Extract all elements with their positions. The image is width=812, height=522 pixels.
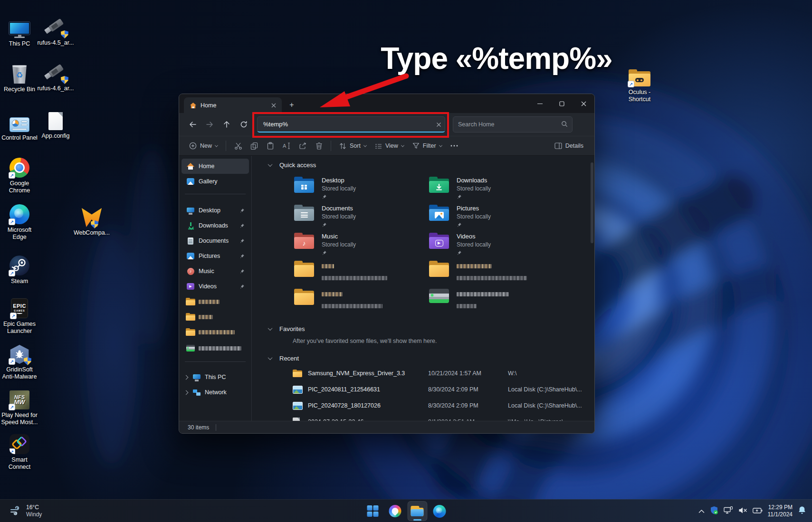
- cut-button[interactable]: [230, 138, 246, 153]
- quick-access-section-header[interactable]: Quick access: [268, 161, 316, 169]
- new-button[interactable]: New: [185, 139, 222, 152]
- desktop-icon-smart-connect[interactable]: ↗ Smart Connect: [0, 431, 39, 471]
- taskbar-file-explorer-button[interactable]: [407, 501, 427, 521]
- minimize-button[interactable]: [529, 94, 551, 113]
- sidebar-divider: [185, 194, 246, 194]
- delete-button[interactable]: [311, 138, 327, 153]
- quick-access-tile-videos[interactable]: ▶ VideosStored locally: [429, 233, 557, 257]
- tab-home[interactable]: Home: [184, 97, 282, 113]
- sidebar-item-blurred-folder[interactable]: [182, 324, 249, 340]
- clear-address-icon[interactable]: [436, 121, 441, 129]
- desktop-icon-recycle-bin[interactable]: ♻ Recycle Bin: [0, 61, 39, 93]
- pictures-folder-icon: [429, 205, 449, 221]
- tray-display-device-icon[interactable]: [724, 506, 733, 516]
- weather-widget[interactable]: 16°C Windy: [6, 500, 46, 522]
- image-file-icon: [293, 402, 303, 410]
- documents-folder-icon: [294, 205, 314, 221]
- pin-icon: [322, 222, 327, 228]
- quick-access-tile-downloads[interactable]: DownloadsStored locally: [429, 177, 557, 201]
- recent-file-row[interactable]: Samsung_NVM_Express_Driver_3.3 10/21/202…: [293, 366, 592, 380]
- desktop-icon-epic-games[interactable]: EPICGAMES↗ Epic Games Launcher: [0, 295, 39, 335]
- taskbar-copilot-button[interactable]: [385, 501, 405, 521]
- tray-show-hidden-icons-button[interactable]: [698, 507, 705, 515]
- collapse-chevron-icon[interactable]: [268, 162, 273, 167]
- maximize-button[interactable]: [551, 94, 573, 113]
- search-box[interactable]: [453, 116, 573, 133]
- tab-close-button[interactable]: [269, 101, 278, 110]
- quick-access-tile-blurred-drive[interactable]: [429, 289, 557, 310]
- sidebar-item-pictures[interactable]: Pictures: [182, 248, 249, 264]
- refresh-button[interactable]: [235, 116, 252, 133]
- quick-access-tile-music[interactable]: ♪ MusicStored locally: [294, 233, 422, 257]
- sidebar-item-blurred-folder[interactable]: [182, 294, 249, 309]
- desktop-icon-app-config[interactable]: App.config: [36, 107, 75, 140]
- forward-button[interactable]: [201, 116, 218, 133]
- desktop-icon-rufus-46[interactable]: rufus-4.6_ar...: [36, 60, 75, 92]
- scrollbar-thumb[interactable]: [591, 162, 593, 243]
- collapse-chevron-icon[interactable]: [268, 355, 273, 360]
- quick-access-tile-blurred[interactable]: [294, 261, 422, 282]
- sidebar-item-videos[interactable]: ▶ Videos: [182, 279, 249, 294]
- close-button[interactable]: [573, 94, 594, 113]
- recent-file-row[interactable]: 2024-07-30 15-32-46 9/1/2024 3:51 AM \\M…: [293, 415, 592, 421]
- desktop-icon-gridinsoft[interactable]: ↗ GridinSoft Anti-Malware: [0, 341, 39, 381]
- taskbar-edge-button[interactable]: [430, 501, 449, 521]
- desktop-icon-label: rufus-4.6_ar...: [37, 85, 74, 92]
- view-button[interactable]: View: [371, 140, 408, 152]
- sidebar-item-home[interactable]: Home: [182, 159, 249, 174]
- taskbar-start-button[interactable]: [363, 501, 382, 521]
- collapse-chevron-icon[interactable]: [268, 326, 273, 331]
- desktop-icon-rufus-45[interactable]: rufus-4.5_ar...: [36, 14, 75, 47]
- search-input[interactable]: [453, 121, 553, 128]
- desktop-icon-google-chrome[interactable]: ↗ Google Chrome: [0, 155, 39, 195]
- desktop-icon-label: GridinSoft Anti-Malware: [0, 366, 39, 381]
- quick-access-tile-desktop[interactable]: DesktopStored locally: [294, 177, 422, 201]
- sidebar-item-gallery[interactable]: Gallery: [182, 174, 249, 189]
- desktop-icon-steam[interactable]: ↗ Steam: [0, 253, 39, 285]
- sidebar-item-network[interactable]: Network: [182, 385, 249, 400]
- quick-access-tile-documents[interactable]: DocumentsStored locally: [294, 205, 422, 229]
- sidebar-item-this-pc[interactable]: This PC: [182, 370, 249, 385]
- sidebar-item-downloads[interactable]: Downloads: [182, 218, 249, 233]
- desktop-icon-this-pc[interactable]: This PC: [0, 15, 39, 47]
- sidebar-item-documents[interactable]: Documents: [182, 233, 249, 248]
- quick-access-tile-pictures[interactable]: PicturesStored locally: [429, 205, 557, 229]
- sidebar-item-blurred-folder[interactable]: [182, 309, 249, 324]
- edge-icon: ↗: [10, 204, 29, 224]
- details-button[interactable]: Details: [550, 140, 588, 152]
- taskbar-clock[interactable]: 12:29 PM 11/1/2024: [768, 504, 793, 518]
- tray-volume-muted-icon[interactable]: [738, 507, 747, 516]
- rename-button[interactable]: A: [278, 138, 295, 153]
- content-pane: Quick access DesktopStored locally Downl…: [252, 156, 594, 421]
- more-options-button[interactable]: [446, 138, 462, 153]
- expand-chevron-icon[interactable]: [184, 375, 189, 380]
- recent-file-row[interactable]: PIC_20240728_180127026 8/30/2024 2:09 PM…: [293, 399, 592, 413]
- home-icon: [187, 163, 194, 170]
- desktop-icon-control-panel[interactable]: Control Panel: [0, 109, 39, 142]
- desktop-icon-nfs[interactable]: NFSMW↗ Play Need for Speed Most...: [0, 387, 39, 427]
- sidebar-item-music[interactable]: ♪ Music: [182, 264, 249, 279]
- expand-chevron-icon[interactable]: [184, 390, 189, 395]
- filter-button[interactable]: Filter: [408, 140, 446, 152]
- tray-battery-icon[interactable]: [753, 507, 763, 515]
- status-bar: 30 items: [179, 421, 594, 433]
- sort-button[interactable]: Sort: [335, 140, 371, 152]
- recent-section-header[interactable]: Recent: [268, 355, 299, 362]
- quick-access-tile-blurred[interactable]: [294, 289, 422, 310]
- desktop-icon-webcompat[interactable]: WebCompa...: [72, 204, 111, 237]
- up-button[interactable]: [218, 116, 235, 133]
- share-button[interactable]: [295, 138, 311, 153]
- tray-notification-bell-icon[interactable]: [798, 506, 806, 516]
- favorites-section-header[interactable]: Favorites: [268, 325, 305, 332]
- paste-button[interactable]: [262, 138, 278, 153]
- new-tab-button[interactable]: +: [285, 98, 299, 112]
- tray-security-shield-icon[interactable]: [710, 506, 718, 517]
- recent-file-row[interactable]: PIC_20240811_212546631 8/30/2024 2:09 PM…: [293, 382, 592, 397]
- sidebar-item-blurred-drive[interactable]: [182, 340, 249, 357]
- desktop-icon-microsoft-edge[interactable]: ↗ Microsoft Edge: [0, 201, 39, 241]
- sidebar-item-desktop[interactable]: Desktop: [182, 203, 249, 218]
- copy-button[interactable]: [246, 138, 262, 153]
- quick-access-tile-blurred[interactable]: [429, 261, 557, 282]
- wind-icon: [10, 505, 22, 517]
- back-button[interactable]: [184, 116, 201, 133]
